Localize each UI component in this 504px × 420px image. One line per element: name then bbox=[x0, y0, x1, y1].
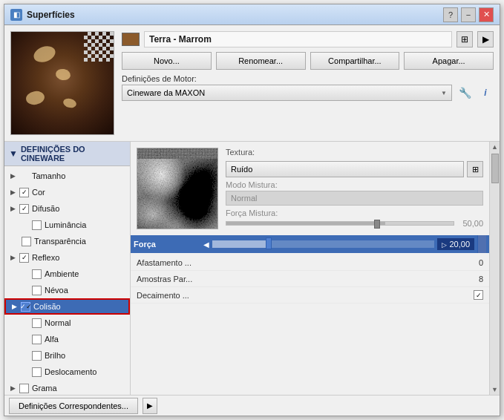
material-arrow-button[interactable]: ▶ bbox=[477, 31, 494, 47]
apagar-button[interactable]: Apagar... bbox=[404, 52, 494, 70]
prop-item-deslocamento[interactable]: Deslocamento bbox=[4, 364, 130, 380]
prop-item-difusao[interactable]: ▶ Difusão bbox=[4, 200, 130, 217]
prop-label-cor: Cor bbox=[32, 188, 45, 197]
title-bar: ◧ Superfícies ? − ✕ bbox=[4, 4, 500, 25]
prop-checkbox-luminancia[interactable] bbox=[32, 220, 42, 230]
right-scrollbar[interactable]: ▲ ▼ bbox=[489, 142, 500, 395]
spot bbox=[25, 90, 46, 106]
prop-checkbox-reflexo[interactable] bbox=[19, 253, 29, 263]
force-row: Força ◀ ▷ 20,00 bbox=[131, 235, 489, 253]
detail-prop-value-afastamento: 0 bbox=[479, 258, 483, 267]
prop-checkbox-nevoa[interactable] bbox=[32, 286, 42, 295]
spot bbox=[55, 68, 71, 81]
dropdown-arrow-icon: ▼ bbox=[441, 90, 447, 96]
section-collapse-icon[interactable]: ▼ bbox=[9, 148, 18, 159]
correspondentes-button[interactable]: Definições Correspondentes... bbox=[9, 398, 138, 414]
force-thumb[interactable] bbox=[266, 237, 272, 249]
prop-item-cor[interactable]: ▶ Cor bbox=[4, 184, 130, 200]
engine-label: Definições de Motor: bbox=[122, 74, 494, 83]
detail-prop-value-amostras: 8 bbox=[479, 275, 483, 283]
prop-item-ambiente[interactable]: Ambiente bbox=[4, 266, 130, 282]
detail-prop-name-afastamento: Afastamento ... bbox=[137, 258, 479, 267]
texture-name-field[interactable]: Ruído bbox=[226, 161, 464, 177]
expand-icon-difusao: ▶ bbox=[9, 205, 16, 212]
top-section: Terra - Marrom ⊞ ▶ Novo... Renomear... C… bbox=[4, 25, 500, 141]
expand-icon-reflexo: ▶ bbox=[9, 254, 16, 261]
prop-item-alfa[interactable]: Alfa bbox=[4, 331, 130, 347]
title-bar-left: ◧ Superfícies bbox=[10, 9, 75, 21]
noise-texture bbox=[137, 148, 217, 229]
texture-label: Textura: bbox=[226, 148, 483, 157]
bottom-bar: Definições Correspondentes... ▶ bbox=[4, 395, 500, 416]
renomear-button[interactable]: Renomear... bbox=[216, 52, 306, 70]
help-button[interactable]: ? bbox=[443, 7, 458, 22]
prop-item-reflexo[interactable]: ▶ Reflexo bbox=[4, 249, 130, 266]
prop-item-normal[interactable]: Normal bbox=[4, 315, 130, 331]
prop-checkbox-transparencia[interactable] bbox=[22, 237, 31, 246]
prop-label-alfa: Alfa bbox=[45, 335, 59, 344]
slider-thumb[interactable] bbox=[374, 220, 380, 229]
prop-checkbox-deslocamento[interactable] bbox=[32, 367, 42, 377]
engine-selected-value: Cineware da MAXON bbox=[127, 88, 205, 97]
correspondentes-arrow[interactable]: ▶ bbox=[143, 398, 157, 414]
force-value[interactable]: ▷ 20,00 bbox=[437, 238, 474, 250]
scrollbar-thumb[interactable] bbox=[491, 154, 499, 183]
prop-checkbox-ambiente[interactable] bbox=[32, 269, 42, 279]
prop-item-transparencia[interactable]: Transparência bbox=[4, 233, 130, 249]
content-area: Terra - Marrom ⊞ ▶ Novo... Renomear... C… bbox=[4, 25, 500, 416]
prop-item-nevoa[interactable]: Névoa bbox=[4, 282, 130, 298]
scroll-up-icon[interactable]: ▲ bbox=[491, 143, 498, 151]
prop-checkbox-grama[interactable] bbox=[19, 384, 29, 393]
material-name: Terra - Marrom bbox=[144, 31, 452, 47]
detail-row-decaimento: Decaimento ... bbox=[131, 287, 489, 303]
properties-list: ▶ Tamanho ▶ Cor ▶ Difusão bbox=[4, 166, 130, 395]
force-slider[interactable] bbox=[212, 240, 434, 248]
scroll-down-icon[interactable]: ▼ bbox=[491, 386, 498, 393]
engine-info-icon[interactable]: i bbox=[477, 85, 494, 101]
prop-checkbox-colisao[interactable]: ✓ bbox=[21, 302, 30, 312]
detail-prop-checkbox-decaimento[interactable] bbox=[474, 290, 483, 300]
prop-item-colisao[interactable]: ▶ ✓ Colisão bbox=[4, 298, 130, 315]
expand-icon-colisao: ▶ bbox=[10, 303, 18, 310]
material-swatch bbox=[122, 33, 140, 46]
mix-strength-value: 50,00 bbox=[457, 219, 483, 228]
texture-controls: Textura: Ruído ⊞ Modo Mistura: Normal Fo… bbox=[226, 148, 483, 229]
force-arrow-icon: ◀ bbox=[203, 240, 209, 249]
minimize-button[interactable]: − bbox=[461, 7, 476, 22]
prop-checkbox-alfa[interactable] bbox=[32, 335, 42, 344]
expand-icon-cor: ▶ bbox=[9, 188, 16, 196]
right-detail: Textura: Ruído ⊞ Modo Mistura: Normal Fo… bbox=[131, 142, 489, 395]
prop-label-difusao: Difusão bbox=[32, 204, 59, 213]
mix-strength-slider[interactable] bbox=[226, 221, 454, 226]
mix-strength-row: Força Mistura: 50,00 bbox=[226, 209, 483, 228]
close-button[interactable]: ✕ bbox=[479, 7, 494, 22]
left-panel: ▼ DEFINIÇÕES DO CINEWARE ▶ Tamanho ▶ Cor bbox=[4, 142, 131, 395]
main-content: ▼ DEFINIÇÕES DO CINEWARE ▶ Tamanho ▶ Cor bbox=[4, 141, 500, 395]
prop-item-grama[interactable]: ▶ Grama bbox=[4, 380, 130, 395]
novo-button[interactable]: Novo... bbox=[122, 52, 212, 70]
prop-item-tamanho[interactable]: ▶ Tamanho bbox=[4, 168, 130, 184]
prop-checkbox-normal[interactable] bbox=[32, 318, 42, 328]
detail-prop-name-decaimento: Decaimento ... bbox=[137, 291, 474, 300]
prop-item-luminancia[interactable]: Luminância bbox=[4, 217, 130, 233]
prop-checkbox-difusao[interactable] bbox=[19, 204, 29, 214]
detail-prop-name-amostras: Amostras Par... bbox=[137, 275, 479, 283]
engine-settings-icon[interactable]: 🔧 bbox=[456, 85, 473, 101]
material-spots bbox=[11, 32, 114, 134]
force-label: Força bbox=[134, 240, 200, 249]
texture-options-button[interactable]: ⊞ bbox=[467, 161, 483, 177]
prop-item-brilho[interactable]: Brilho bbox=[4, 347, 130, 364]
material-options-button[interactable]: ⊞ bbox=[456, 31, 473, 47]
prop-checkbox-brilho[interactable] bbox=[32, 351, 42, 361]
window-title: Superfícies bbox=[27, 10, 75, 20]
engine-dropdown[interactable]: Cineware da MAXON ▼ bbox=[122, 85, 452, 101]
force-scrollbar[interactable] bbox=[477, 235, 486, 253]
compartilhar-button[interactable]: Compartilhar... bbox=[310, 52, 400, 70]
prop-label-colisao: Colisão bbox=[33, 302, 61, 311]
main-window: ◧ Superfícies ? − ✕ bbox=[4, 4, 500, 416]
force-value-text: 20,00 bbox=[449, 240, 470, 249]
expand-icon-tamanho: ▶ bbox=[9, 172, 16, 180]
prop-checkbox-cor[interactable] bbox=[19, 188, 29, 197]
prop-label-brilho: Brilho bbox=[45, 351, 65, 360]
spot bbox=[62, 97, 77, 109]
